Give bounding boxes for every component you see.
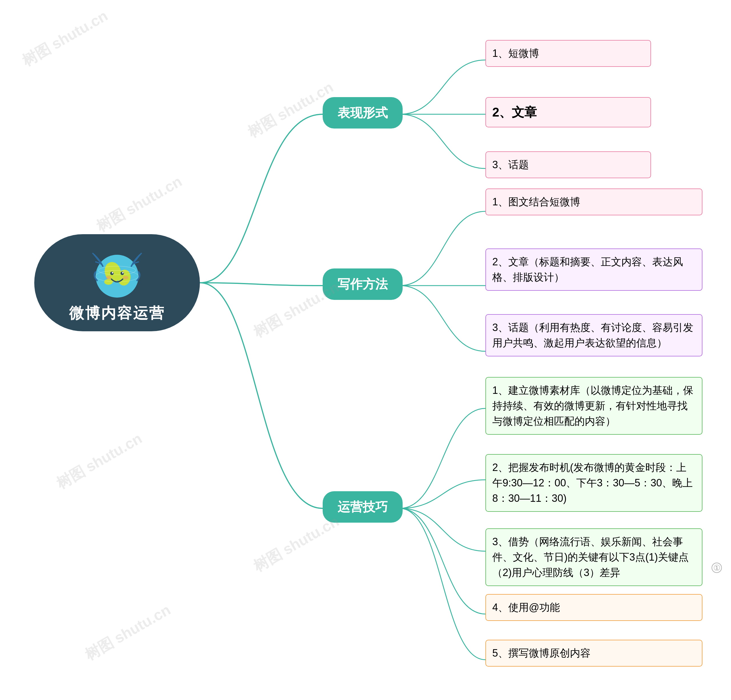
branch-node-1: 表现形式 (323, 97, 403, 129)
svg-point-9 (122, 272, 124, 274)
watermark-3: 树图 shutu.cn (93, 172, 186, 237)
svg-point-10 (106, 276, 112, 279)
leaf-b3-1: 1、建立微博素材库（以微博定位为基础，保持持续、有效的微博更新，有针对性地寻找与… (486, 377, 702, 435)
leaf-b2-3: 3、话题（利用有热度、有讨论度、容易引发用户共鸣、激起用户表达欲望的信息） (486, 314, 702, 357)
watermark-1: 树图 shutu.cn (19, 6, 112, 71)
leaf-b3-2: 2、把握发布时机(发布微博的黄金时段：上午9:30—12：00、下午3：30—5… (486, 454, 702, 512)
branch-node-2: 写作方法 (323, 269, 403, 300)
svg-point-8 (112, 272, 113, 274)
leaf-b2-1: 1、图文结合短微博 (486, 188, 702, 215)
watermark-7: 树图 shutu.cn (81, 600, 174, 665)
leaf-b1-2: 2、文章 (486, 97, 651, 128)
branch-node-3: 运营技巧 (323, 491, 403, 522)
leaf-b1-1: 1、短微博 (486, 40, 651, 67)
central-title: 微博内容运营 (69, 303, 165, 323)
central-node: 微博内容运营 (34, 234, 200, 331)
leaf-b2-2: 2、文章（标题和摘要、正文内容、表达风格、排版设计） (486, 248, 702, 291)
leaf-b3-4: 4、使用@功能 (486, 594, 702, 621)
indicator-circle: ① (712, 563, 722, 573)
watermark-5: 树图 shutu.cn (53, 429, 145, 494)
leaf-b1-3: 3、话题 (486, 151, 651, 178)
svg-point-11 (123, 276, 129, 279)
leaf-b3-3: 3、借势（网络流行语、娱乐新闻、社会事件、文化、节日)的关键有以下3点(1)关键… (486, 528, 702, 586)
svg-point-7 (120, 271, 124, 275)
svg-point-6 (110, 271, 114, 275)
leaf-b3-5: 5、撰写微博原创内容 (486, 640, 702, 666)
globe-icon (88, 243, 145, 301)
